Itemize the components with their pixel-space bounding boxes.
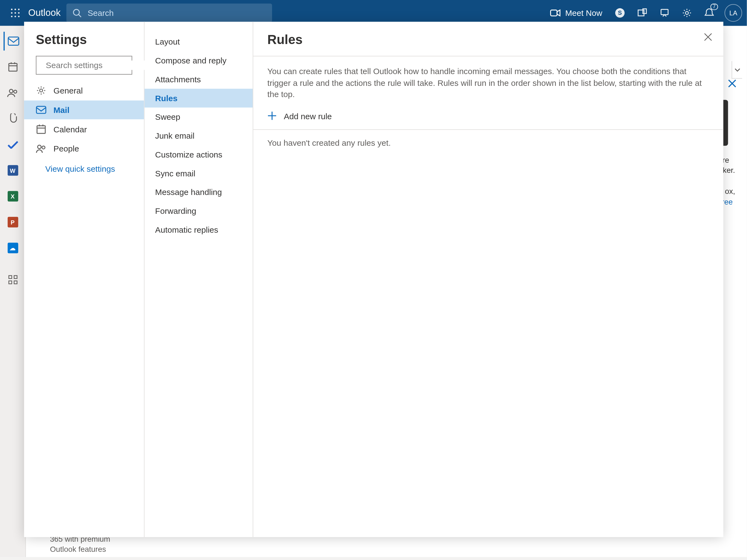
camera-icon: [550, 9, 561, 17]
mail-icon: [36, 106, 47, 114]
svg-point-8: [18, 16, 20, 17]
svg-point-4: [15, 12, 16, 14]
search-icon: [73, 8, 82, 18]
rail-more-apps-icon[interactable]: [3, 271, 22, 289]
bg-upgrade-text-fragment: 365 with premium Outlook features: [50, 535, 110, 555]
bg-text-fragment: ker.: [723, 166, 735, 175]
view-quick-settings-link[interactable]: View quick settings: [24, 158, 144, 173]
category-label: General: [54, 86, 83, 95]
app-rail: W X P ☁: [0, 26, 26, 557]
svg-rect-27: [8, 281, 11, 284]
brand-label: Outlook: [28, 8, 60, 18]
svg-rect-15: [643, 9, 646, 14]
teams-icon[interactable]: [632, 2, 653, 24]
settings-subnav-pane: Layout Compose and reply Attachments Rul…: [145, 22, 254, 537]
svg-point-6: [11, 16, 12, 17]
avatar[interactable]: LA: [725, 4, 742, 22]
category-label: Mail: [54, 105, 70, 114]
svg-rect-26: [14, 276, 17, 279]
svg-rect-25: [8, 276, 11, 279]
subnav-rules[interactable]: Rules: [145, 88, 253, 107]
settings-modal: Settings General Mail Calendar People: [24, 22, 723, 537]
svg-rect-11: [551, 10, 557, 16]
subnav-sweep[interactable]: Sweep: [145, 107, 253, 126]
subnav-compose-and-reply[interactable]: Compose and reply: [145, 51, 253, 70]
rules-heading: Rules: [267, 32, 709, 48]
rules-description: You can create rules that tell Outlook h…: [267, 56, 709, 107]
subnav-junk-email[interactable]: Junk email: [145, 126, 253, 145]
notifications-icon[interactable]: 7: [699, 2, 720, 24]
svg-rect-18: [8, 37, 19, 45]
subnav-attachments[interactable]: Attachments: [145, 70, 253, 89]
add-new-rule-button[interactable]: Add new rule: [267, 107, 709, 129]
category-label: People: [54, 144, 79, 153]
rail-people-icon[interactable]: [3, 83, 22, 102]
subnav-automatic-replies[interactable]: Automatic replies: [145, 221, 253, 239]
svg-point-3: [11, 12, 12, 14]
category-mail[interactable]: Mail: [24, 100, 144, 119]
svg-point-24: [14, 90, 17, 93]
svg-point-0: [11, 9, 12, 10]
close-icon: [703, 32, 713, 42]
svg-point-2: [18, 9, 20, 10]
svg-rect-16: [661, 9, 668, 15]
category-calendar[interactable]: Calendar: [24, 119, 144, 139]
bg-text-fragment: ox,: [725, 187, 735, 196]
svg-point-1: [15, 9, 16, 10]
bg-banner-close-icon[interactable]: [728, 79, 736, 90]
skype-icon[interactable]: S: [610, 2, 630, 24]
bg-dropdown-chevron-icon[interactable]: [732, 61, 742, 78]
svg-point-23: [9, 90, 12, 93]
svg-point-5: [18, 12, 20, 14]
rail-word-icon[interactable]: W: [3, 161, 22, 180]
svg-rect-35: [37, 126, 45, 133]
rail-powerpoint-icon[interactable]: P: [3, 213, 22, 232]
svg-rect-19: [8, 63, 17, 71]
svg-point-9: [74, 9, 79, 15]
rail-excel-icon[interactable]: X: [3, 187, 22, 206]
people-icon: [36, 144, 47, 153]
svg-line-10: [79, 15, 81, 17]
subnav-forwarding[interactable]: Forwarding: [145, 202, 253, 221]
settings-categories-pane: Settings General Mail Calendar People: [24, 22, 145, 537]
settings-search-field[interactable]: [46, 60, 149, 70]
app-launcher-icon[interactable]: [5, 2, 26, 24]
settings-close-button[interactable]: [703, 32, 713, 44]
plus-icon: [267, 111, 277, 122]
meet-now-label: Meet Now: [565, 8, 602, 18]
meet-now-button[interactable]: Meet Now: [544, 8, 608, 18]
svg-point-17: [686, 11, 689, 15]
calendar-icon: [36, 124, 47, 134]
svg-rect-28: [14, 281, 17, 284]
svg-point-39: [38, 145, 41, 149]
global-search[interactable]: Search: [67, 4, 272, 22]
rules-empty-state: You haven't created any rules yet.: [253, 129, 723, 147]
rail-mail-icon[interactable]: [3, 32, 22, 51]
svg-rect-34: [36, 106, 46, 113]
settings-gear-icon[interactable]: [676, 2, 697, 24]
tips-icon[interactable]: [654, 2, 675, 24]
rail-todo-icon[interactable]: [3, 135, 22, 154]
settings-title: Settings: [24, 32, 144, 56]
subnav-sync-email[interactable]: Sync email: [145, 164, 253, 183]
global-search-placeholder: Search: [88, 8, 114, 18]
subnav-layout[interactable]: Layout: [145, 32, 253, 51]
subnav-customize-actions[interactable]: Customize actions: [145, 145, 253, 164]
settings-content-pane: Rules You can create rules that tell Out…: [253, 22, 723, 537]
rail-files-icon[interactable]: [3, 109, 22, 128]
svg-point-40: [42, 146, 45, 149]
avatar-initials: LA: [729, 9, 737, 17]
bg-link-fragment[interactable]: ree: [722, 198, 732, 206]
rail-calendar-icon[interactable]: [3, 58, 22, 77]
notifications-count: 7: [711, 4, 718, 10]
subnav-message-handling[interactable]: Message handling: [145, 183, 253, 202]
category-people[interactable]: People: [24, 139, 144, 158]
svg-point-33: [40, 89, 43, 92]
category-label: Calendar: [54, 125, 87, 134]
gear-icon: [36, 85, 47, 96]
svg-text:S: S: [618, 9, 622, 16]
add-new-rule-label: Add new rule: [284, 112, 332, 121]
category-general[interactable]: General: [24, 80, 144, 100]
settings-search-input[interactable]: [36, 56, 132, 75]
rail-onedrive-icon[interactable]: ☁: [3, 238, 22, 257]
